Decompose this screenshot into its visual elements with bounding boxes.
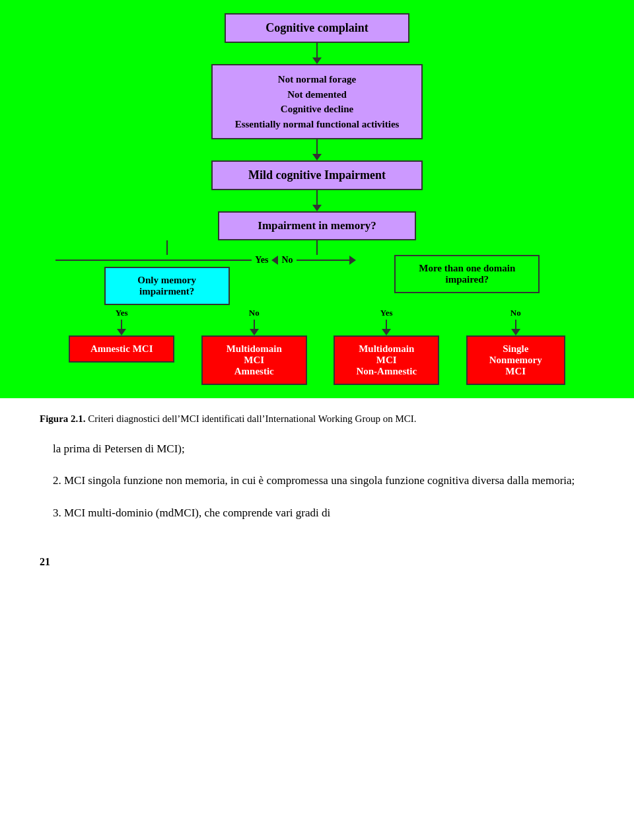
cognitive-complaint-box: Cognitive complaint [225, 13, 409, 43]
caption-figure-label: Figura 2.1. [40, 413, 86, 424]
single-nonmemory-group: No SingleNonmemoryMCI [466, 308, 565, 385]
multidomain-non-amnestic-group: Yes MultidomainMCINon-Amnestic [334, 308, 439, 385]
impairment-memory-box: Impairment in memory? [218, 211, 416, 240]
no-label-multidomain-amnestic: No [249, 308, 260, 318]
single-nonmemory-box: SingleNonmemoryMCI [466, 335, 565, 385]
caption-text: Criteri diagnostici dell’MCI identificat… [86, 413, 417, 424]
arrow-2 [312, 139, 322, 160]
text-paragraph-2: 2. MCI singola funzione non memoria, in … [53, 472, 581, 491]
page: Cognitive complaint Not normal forage No… [0, 0, 634, 840]
amnestic-mci-group: Yes Amnestic MCI [69, 308, 174, 363]
arrow-3 [312, 190, 322, 211]
no-label-single-nonmemory: No [511, 308, 521, 318]
yes-label-multidomain-non-amnestic: Yes [380, 308, 393, 318]
no-label-top-right: No [278, 255, 296, 265]
multidomain-non-amnestic-box: MultidomainMCINon-Amnestic [334, 335, 439, 385]
only-memory-box: Only memory impairment? [104, 267, 230, 305]
multidomain-amnestic-group: No MultidomainMCIAmnestic [201, 308, 307, 385]
text-paragraph-1: la prima di Petersen di MCI); [53, 440, 581, 459]
not-normal-box: Not normal forage Not demented Cognitive… [211, 64, 423, 139]
more-than-box: More than one domain impaired? [394, 255, 540, 293]
text-area: la prima di Petersen di MCI); 2. MCI sin… [0, 433, 634, 550]
arrow-1 [312, 43, 322, 64]
yes-label-amnestic: Yes [116, 308, 128, 318]
mild-cognitive-box: Mild cognitive Impairment [211, 160, 423, 190]
flowchart-area: Cognitive complaint Not normal forage No… [0, 0, 634, 398]
page-number: 21 [0, 549, 634, 581]
text-paragraph-3: 3. MCI multi-dominio (mdMCI), che compre… [53, 504, 581, 523]
amnestic-mci-box: Amnestic MCI [69, 335, 174, 363]
caption-area: Figura 2.1. Criteri diagnostici dell’MCI… [0, 398, 634, 433]
multidomain-amnestic-box: MultidomainMCIAmnestic [201, 335, 307, 385]
yes-label-top-left: Yes [252, 255, 271, 265]
